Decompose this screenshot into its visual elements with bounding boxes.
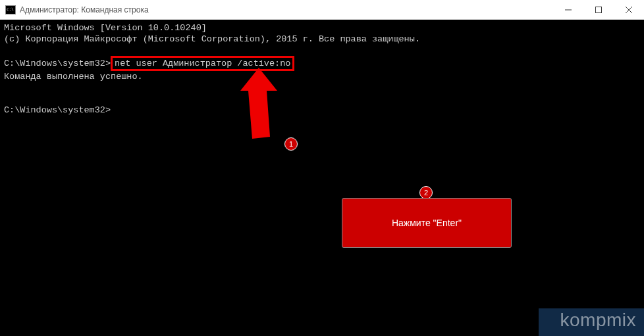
annotation-badge-2: 2 xyxy=(419,186,433,199)
close-button[interactable] xyxy=(614,0,644,19)
svg-rect-1 xyxy=(596,7,602,12)
annotation-badge-1: 1 xyxy=(284,137,298,151)
minimize-button[interactable] xyxy=(553,0,583,19)
window-title: Администратор: Командная строка xyxy=(20,5,149,14)
watermark: kompmix xyxy=(560,310,636,331)
command-highlight: net user Администратор /active:no xyxy=(111,56,294,71)
cmd-icon xyxy=(5,5,16,14)
result-line: Команда выполнена успешно. xyxy=(4,72,143,82)
prompt-2: C:\Windows\system32> xyxy=(4,105,111,115)
copyright-line: (c) Корпорация Майкрософт (Microsoft Cor… xyxy=(4,34,420,44)
maximize-button[interactable] xyxy=(583,0,614,19)
callout-enter: Нажмите "Enter" xyxy=(342,198,512,248)
window-controls xyxy=(553,0,644,19)
prompt-1: C:\Windows\system32> xyxy=(4,59,111,68)
version-line: Microsoft Windows [Version 10.0.10240] xyxy=(4,23,207,33)
callout-text: Нажмите "Enter" xyxy=(392,218,462,228)
terminal-output[interactable]: Microsoft Windows [Version 10.0.10240] (… xyxy=(0,20,644,118)
titlebar: Администратор: Командная строка xyxy=(0,0,644,20)
